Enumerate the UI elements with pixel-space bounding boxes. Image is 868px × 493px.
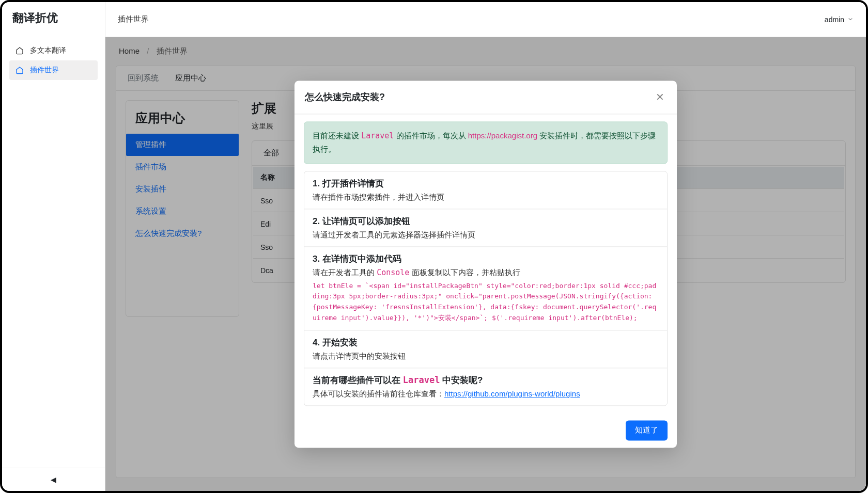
content: Home / 插件世界 回到系统 应用中心 应用中心 管理插件 插件市场 安装插… (105, 37, 866, 491)
chevron-left-icon: ◀ (51, 475, 56, 484)
topbar-title: 插件世界 (118, 14, 149, 24)
close-icon: ✕ (656, 91, 664, 103)
main: 插件世界 admin Home / 插件世界 回到系统 应用中心 应用中心 (105, 2, 866, 491)
user-name: admin (825, 15, 844, 24)
code-snippet: let btnEle = `<span id="installPackageBt… (313, 281, 659, 324)
topbar: 插件世界 admin (105, 2, 866, 37)
house-icon (16, 46, 24, 55)
modal-title: 怎么快速完成安装? (305, 91, 385, 103)
step-list: 1. 打开插件详情页 请在插件市场搜索插件，并进入详情页 2. 让详情页可以添加… (304, 171, 668, 406)
plugins-repo-link[interactable]: https://github.com/plugins-world/plugins (444, 389, 580, 398)
sidebar: 翻译折优 多文本翻译 插件世界 ◀ (2, 2, 105, 491)
sidebar-nav: 多文本翻译 插件世界 (2, 35, 105, 468)
close-button[interactable]: ✕ (654, 90, 667, 104)
step-final: 当前有哪些插件可以在 Laravel 中安装呢? 具体可以安装的插件请前往仓库查… (304, 368, 667, 405)
user-menu[interactable]: admin (825, 15, 854, 24)
sidebar-item-label: 多文本翻译 (30, 46, 66, 55)
install-guide-modal: 怎么快速完成安装? ✕ 目前还未建设 Laravel 的插件市场，每次从 htt… (295, 81, 677, 448)
step-4: 4. 开始安装 请点击详情页中的安装按钮 (304, 330, 667, 368)
sidebar-item-label: 插件世界 (30, 66, 59, 75)
chevron-down-icon (847, 15, 854, 24)
step-2: 2. 让详情页可以添加按钮 请通过开发者工具的元素选择器选择插件详情页 (304, 209, 667, 247)
alert: 目前还未建设 Laravel 的插件市场，每次从 https://packagi… (304, 121, 668, 164)
step-3: 3. 在详情页中添加代码 请在开发者工具的 Console 面板复制以下内容，并… (304, 247, 667, 330)
house-icon (16, 66, 24, 74)
ok-button[interactable]: 知道了 (626, 420, 668, 440)
step-1: 1. 打开插件详情页 请在插件市场搜索插件，并进入详情页 (304, 171, 667, 209)
sidebar-item-plugins[interactable]: 插件世界 (9, 60, 98, 80)
brand-logo: 翻译折优 (2, 2, 105, 35)
packagist-link[interactable]: https://packagist.org (468, 131, 537, 140)
sidebar-collapse-toggle[interactable]: ◀ (2, 468, 105, 491)
sidebar-item-translate[interactable]: 多文本翻译 (9, 41, 98, 60)
